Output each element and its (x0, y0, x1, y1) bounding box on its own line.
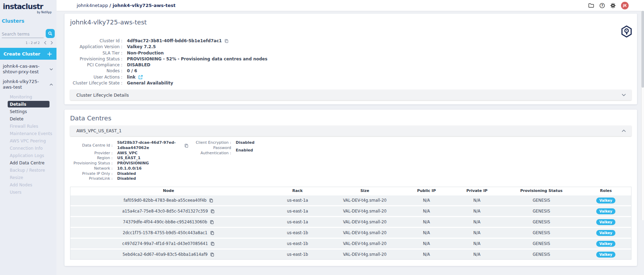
node-public-ip: N/A (401, 198, 452, 203)
instaclustr-logo[interactable]: instaclustr by NetApp (0, 0, 56, 14)
chevron-left-icon[interactable] (44, 41, 46, 45)
sidebar-menu-item-label: Add Data Centre (10, 161, 45, 165)
search-input[interactable] (2, 31, 44, 38)
detail-value: 5bf28b37-dcae-46d7-97ed-1dbaa447062e (117, 140, 189, 150)
scrollbar-thumb[interactable] (642, 11, 644, 88)
lifecycle-details-accordion[interactable]: Cluster Lifecycle Details (70, 90, 631, 100)
role-badge[interactable]: Valkey (596, 219, 615, 225)
node-rack: us-east-1b (267, 252, 328, 257)
copy-icon[interactable] (210, 231, 214, 235)
detail-label: Cluster Id : (70, 38, 122, 44)
detail-label: Region : (70, 156, 113, 161)
column-header-rack: Rack (267, 188, 328, 193)
role-badge[interactable]: Valkey (596, 230, 615, 236)
sidebar-item-maintenance-events[interactable]: Maintenance Events (0, 130, 56, 137)
detail-row: Cluster Lifecycle State : General Availa… (70, 80, 631, 86)
node-private-ip: N/A (452, 198, 502, 203)
sidebar-item-delete[interactable]: Delete (0, 115, 56, 122)
breadcrumb[interactable]: johnk4netapp / johnk4-vlky725-aws-test (77, 3, 176, 8)
node-private-ip: N/A (452, 220, 502, 224)
copy-icon[interactable] (210, 209, 215, 214)
detail-row: Private IP Only : Disabled (70, 171, 189, 177)
encryption-key-icon[interactable] (621, 25, 632, 40)
detail-row: Region : US_EAST_1 (70, 156, 189, 161)
sidebar-menu-item-label: Application Logs (10, 153, 44, 158)
app-root: instaclustr by NetApp Clusters 1 - 2 of … (0, 0, 644, 275)
sidebar-item-users[interactable]: Users (0, 188, 56, 196)
node-table-row: 5ebd4ca2-6d67-40a9-83c5-6bba1a614af9 us-… (70, 250, 631, 259)
node-id: a15a4ca7-75e8-43c0-8d5c-547d1327c359 (122, 209, 208, 214)
search-button[interactable] (46, 29, 55, 38)
node-table-row: 2dcc1f75-1578-4755-b9d5-450c443a8ac1 us-… (70, 228, 631, 238)
sidebar-item-monitoring[interactable]: Monitoring (0, 93, 56, 101)
sidebar-item-backup-restore[interactable]: Backup / Restore (0, 166, 56, 174)
search-icon (48, 31, 53, 36)
external-link-icon[interactable] (138, 75, 143, 80)
scrollbar-track[interactable] (641, 11, 644, 220)
help-icon[interactable]: ? (599, 3, 605, 8)
sidebar-item-details[interactable]: Details (8, 101, 50, 107)
breadcrumb-account[interactable]: johnk4netapp (77, 3, 108, 8)
sidebar-item-application-logs[interactable]: Application Logs (0, 152, 56, 159)
node-private-ip: N/A (452, 230, 502, 235)
sidebar: instaclustr by NetApp Clusters 1 - 2 of … (0, 0, 56, 275)
detail-row: SLA Tier : Non-Production (70, 50, 631, 56)
node-public-ip: N/A (401, 209, 452, 214)
topbar-icons: ? JK (588, 2, 629, 9)
sidebar-item-firewall-rules[interactable]: Firewall Rules (0, 122, 56, 130)
detail-value: US_EAST_1 (117, 156, 141, 161)
role-badge[interactable]: Valkey (596, 252, 615, 258)
node-public-ip: N/A (401, 241, 452, 246)
copy-icon[interactable] (209, 198, 213, 203)
role-badge[interactable]: Valkey (596, 241, 615, 247)
copy-icon[interactable] (210, 241, 215, 246)
sidebar-item-connection-info[interactable]: Connection Info (0, 144, 56, 152)
detail-label: Provisioning Status : (70, 56, 122, 62)
detail-value: Disabled (117, 171, 136, 177)
user-avatar[interactable]: JK (621, 2, 629, 9)
cluster-list: johnk4-cas-aws-shtovr-prxy-test johnk4-v… (0, 61, 56, 196)
create-cluster-button[interactable]: Create Cluster + (0, 48, 56, 60)
detail-value: Disabled (117, 176, 136, 181)
detail-value: AWS_VPC (117, 151, 137, 156)
clusters-section-link[interactable]: Clusters (2, 18, 56, 24)
sidebar-cluster-collapsed[interactable]: johnk4-cas-aws-shtovr-prxy-test (0, 61, 56, 77)
sidebar-menu-item-label: AWS VPC Peering (10, 139, 46, 143)
role-badge[interactable]: Valkey (596, 198, 615, 203)
sidebar-item-aws-vpc-peering[interactable]: AWS VPC Peering (0, 137, 56, 144)
node-rack: us-east-1a (267, 220, 328, 224)
sidebar-menu-item-label: Maintenance Events (10, 131, 52, 136)
copy-icon[interactable] (210, 220, 214, 224)
nodes-table: NodeRackSizePublic IPPrivate IPProvision… (70, 187, 631, 260)
chevron-right-icon[interactable] (51, 41, 53, 45)
node-id: 2dcc1f75-1578-4755-b9d5-450c443a8ac1 (123, 230, 207, 235)
dc-details-left: Data Centre Id : 5bf28b37-dcae-46d7-97ed… (70, 140, 189, 181)
folder-icon[interactable] (588, 3, 594, 8)
sidebar-menu-item-label: Resize (10, 175, 23, 180)
detail-label: Password Authentication : (189, 146, 231, 156)
gear-icon[interactable] (610, 3, 616, 8)
node-size: VAL-DEV-t4g.small-20 (328, 252, 401, 257)
detail-row: Data Centre Id : 5bf28b37-dcae-46d7-97ed… (70, 140, 189, 150)
detail-label: Network : (70, 166, 113, 171)
node-provisioning-status: GENESIS (502, 198, 581, 203)
sidebar-cluster-expanded[interactable]: johnk4-vlky725-aws-test (0, 77, 56, 92)
topbar: johnk4netapp / johnk4-vlky725-aws-test ?… (56, 0, 644, 11)
node-id: c497d274-99a7-4f1d-97a1-d43e07085641 (122, 241, 208, 246)
detail-value: 10.1.0.0/16 (117, 166, 142, 171)
sidebar-menu-item-label: Settings (10, 109, 27, 114)
sidebar-item-add-nodes[interactable]: Add Nodes (0, 181, 56, 188)
copy-icon[interactable] (210, 252, 214, 257)
data-centre-accordion[interactable]: AWS_VPC_US_EAST_1 (70, 126, 631, 136)
copy-icon[interactable] (184, 143, 189, 148)
node-public-ip: N/A (401, 220, 452, 224)
copy-icon[interactable] (224, 39, 229, 43)
role-badge[interactable]: Valkey (596, 208, 615, 214)
sidebar-item-add-data-centre[interactable]: Add Data Centre (0, 159, 56, 166)
detail-label: PCI Compliance : (70, 62, 122, 68)
column-header-node: Node (70, 188, 267, 193)
sidebar-item-settings[interactable]: Settings (0, 108, 56, 115)
column-header-private-ip: Private IP (452, 188, 502, 193)
sidebar-item-resize[interactable]: Resize (0, 174, 56, 181)
lifecycle-accordion-label: Cluster Lifecycle Details (76, 92, 129, 98)
